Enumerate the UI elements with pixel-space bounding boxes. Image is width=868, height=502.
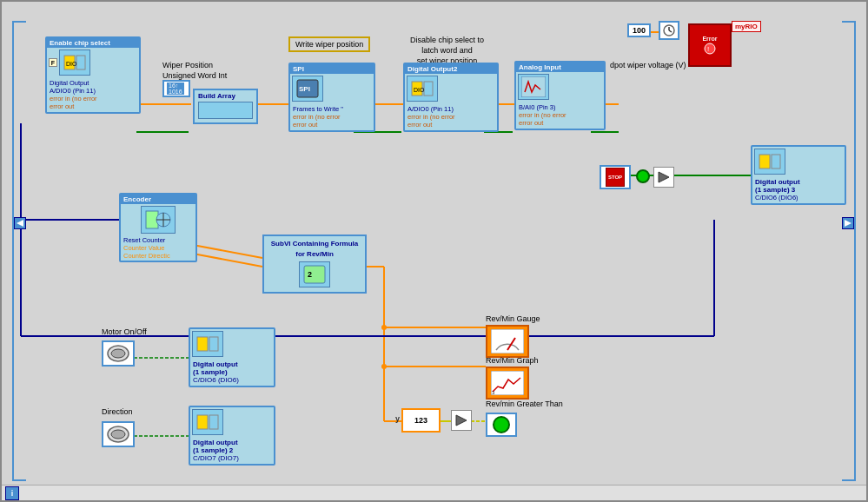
digital-output1-ports: Digital output(1 sample) C/DIO6 (DIO6) [190, 359, 274, 386]
wiper-display: 16↑1016 [167, 83, 184, 95]
svg-rect-40 [521, 76, 546, 97]
revmin-greater-led[interactable] [486, 413, 517, 437]
timer-icon[interactable] [659, 21, 679, 40]
digital-output1-block[interactable]: Digital output(1 sample) C/DIO6 (DIO6) [189, 327, 275, 387]
digital-output2-second-ports: Digital output(1 sample) 2 C/DIO7 (DIO7) [190, 437, 274, 464]
encoder-header: Encoder [121, 195, 195, 204]
svg-line-9 [193, 254, 262, 267]
green-led [493, 416, 510, 433]
loop-iteration-right[interactable] [842, 217, 854, 229]
analog-input-header: Analog Input [516, 63, 604, 72]
revmin-graph-label: Rev/Min Graph [486, 356, 539, 365]
svg-line-8 [193, 245, 262, 258]
digital-output1-icon [192, 331, 223, 357]
digital-output-icon: DIO [59, 50, 90, 76]
svg-line-43 [669, 30, 672, 32]
stop-button[interactable]: STOP [600, 165, 631, 189]
svg-rect-46 [759, 155, 770, 168]
spi-block[interactable]: SPI SPI Frames to Write " error in (no e… [288, 63, 375, 132]
digital-output3-icon-area [752, 147, 845, 176]
spi-icon: SPI [292, 76, 323, 102]
encoder-icon [121, 204, 195, 235]
wiper-position-label: Wiper Position [162, 61, 213, 69]
digital-output2-ports: A/DIO0 (Pin 11) error in (no error error… [405, 103, 497, 130]
direction-label: Direction [102, 407, 133, 416]
digital-output2-block[interactable]: Digital Output2 DIO A/DIO0 (Pin 11) erro… [403, 63, 499, 132]
subvi-title: SubVI Containing Formula for Rev/Min [267, 239, 362, 260]
digital-output2-second-block[interactable]: Digital output(1 sample) 2 C/DIO7 (DIO7) [189, 406, 275, 466]
revmin-graph-display[interactable]: 3 [486, 367, 529, 400]
enable-chip-select-block[interactable]: Enable chip select F DIO Digital Output … [45, 36, 141, 114]
myrio-label: myRIO [732, 21, 761, 32]
comparison-buffer[interactable] [451, 410, 472, 431]
error-block-top[interactable]: Error ! [688, 23, 732, 67]
svg-point-60 [111, 430, 125, 439]
spi-icon-area: SPI [290, 74, 374, 103]
subvi-inner: SubVI Containing Formula for Rev/Min 2 [262, 234, 367, 294]
svg-text:DIO: DIO [414, 87, 425, 93]
digital-output2-icon: DIO [407, 76, 438, 102]
num-100-control[interactable]: 100 [627, 23, 651, 37]
digital-output3-icon [754, 149, 785, 175]
digital-output2-icon-area: DIO [405, 74, 497, 103]
block-diagram-canvas: Enable chip select F DIO Digital Output … [0, 0, 868, 502]
digital-output2-header: Digital Output2 [405, 64, 497, 74]
f-terminal: F [49, 58, 57, 67]
spi-ports: Frames to Write " error in (no error err… [290, 103, 374, 130]
wiper-value-block[interactable]: 16↑1016 [162, 80, 190, 97]
svg-point-30 [381, 325, 387, 330]
svg-text:SPI: SPI [299, 85, 310, 93]
svg-rect-38 [424, 82, 433, 96]
svg-rect-57 [197, 337, 208, 351]
svg-rect-65 [491, 371, 524, 395]
digital-output3-block[interactable]: Digital output(1 sample) 3 C/DIO6 (DIO6) [751, 145, 846, 205]
loop-iteration-left[interactable] [14, 217, 26, 229]
svg-rect-33 [76, 56, 85, 69]
buffer-block[interactable] [653, 167, 674, 188]
svg-rect-61 [197, 415, 208, 429]
numeric-constant[interactable]: 123 [401, 408, 441, 433]
svg-marker-67 [456, 415, 467, 426]
motor-toggle[interactable] [102, 340, 135, 367]
digital-output3-ports: Digital output(1 sample) 3 C/DIO6 (DIO6) [752, 176, 845, 203]
subvi-block[interactable]: SubVI Containing Formula for Rev/Min 2 [262, 234, 367, 294]
subvi-icon: 2 [299, 261, 330, 287]
error-label: Error [702, 36, 717, 42]
enable-chip-select-header: Enable chip select [47, 38, 139, 48]
svg-text:!: ! [707, 45, 709, 53]
write-wiper-label: Write wiper position [288, 36, 370, 52]
status-icon: i [5, 486, 19, 500]
analog-input-icon [518, 74, 549, 100]
dpot-label: dpot wiper voltage (V) [610, 61, 686, 69]
svg-rect-47 [772, 155, 780, 168]
stop-inner: STOP [606, 168, 625, 187]
svg-rect-58 [209, 337, 218, 351]
analog-input-icon-area [516, 72, 604, 102]
svg-rect-62 [209, 415, 218, 429]
build-array-icon [198, 102, 253, 119]
encoder-ports: Reset Counter Counter Value Counter Dire… [121, 235, 195, 261]
led-indicator [636, 169, 650, 183]
analog-input-ports: B/AI0 (Pin 3) error in (no error error o… [516, 102, 604, 129]
encoder-block[interactable]: Encoder Reset Counter Counter Value Coun… [119, 193, 197, 262]
svg-marker-48 [659, 172, 669, 182]
build-array-title: Build Array [198, 92, 253, 100]
direction-toggle[interactable] [102, 421, 135, 447]
svg-marker-68 [17, 220, 23, 227]
build-array-block[interactable]: Build Array [193, 89, 258, 124]
loop-border-right [842, 21, 856, 481]
status-bar: i [2, 485, 866, 500]
revmin-gauge-display[interactable] [486, 325, 529, 358]
unsigned-word-label: Unsigned Word Int [162, 71, 227, 80]
digital-output-ports: Digital Output A/DIO0 (Pin 11) error in … [47, 77, 139, 112]
revmin-gauge-label: Rev/Min Gauge [486, 314, 540, 323]
svg-point-31 [381, 364, 387, 369]
spi-header: SPI [290, 64, 374, 74]
motor-onoff-label: Motor On/Off [102, 327, 147, 336]
y-label: y [395, 414, 400, 423]
svg-marker-69 [845, 220, 851, 227]
analog-input-block[interactable]: Analog Input B/AI0 (Pin 3) error in (no … [514, 61, 606, 130]
digital-output3-title: Digital output(1 sample) 3 [755, 178, 842, 194]
svg-point-44 [705, 43, 715, 54]
digital-output2-second-icon [192, 409, 223, 435]
